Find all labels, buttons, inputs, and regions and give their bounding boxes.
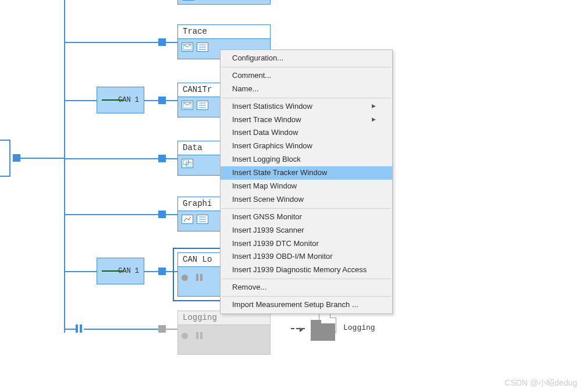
can-tag-1[interactable]: CAN 1 [97,87,144,113]
wire-row-canlog-a [64,271,97,272]
wire-row-can1tr-a [64,100,97,101]
can-tag-2[interactable]: CAN 1 [97,258,144,284]
list-icon [197,101,208,110]
wire-row-log2 [84,329,158,330]
menu-item-label: Insert State Tracker Window [232,168,327,178]
conn-data [158,155,166,162]
root-node[interactable] [0,140,10,177]
conn-canlog [158,268,166,275]
menu-item[interactable]: Comment... [221,69,392,83]
menu-item[interactable]: Insert Scene Window [221,193,392,206]
menu-separator [222,98,391,98]
menu-item[interactable]: Import Measurement Setup Branch ... [221,298,392,312]
menu-item[interactable]: Insert Statistics Window▶ [221,100,392,113]
menu-separator [222,279,391,279]
block-title: Trace [178,25,270,39]
menu-item[interactable]: Insert Map Window [221,180,392,193]
pause-icon[interactable] [196,332,202,339]
menu-item[interactable]: Insert GNSS Monitor [221,211,392,224]
wire-row-trace [64,42,158,43]
menu-item-label: Insert J1939 Scanner [232,226,304,236]
wire-row-canlog-b [144,271,158,272]
wire-row-can1tr-b [144,100,158,101]
wire-bus [20,158,65,159]
submenu-arrow-icon: ▶ [372,103,376,110]
conn-trace [158,38,166,46]
menu-item-label: Configuration... [232,54,283,63]
menu-item[interactable]: Insert J1939 DTC Monitor [221,237,392,251]
conn-can1tr [158,97,166,104]
menu-item-label: Insert J1939 OBD-I/M Monitor [232,252,333,262]
menu-item-label: Insert Statistics Window [232,102,312,112]
menu-item[interactable]: Configuration... [221,52,392,65]
menu-item-label: Remove... [232,283,266,293]
menu-item-label: Insert GNSS Monitor [232,212,302,222]
menu-item-label: Insert Graphics Window [232,141,312,151]
menu-separator [222,67,391,67]
can-line-icon [102,270,124,272]
menu-item-label: Insert Map Window [232,181,297,191]
wire-row-log3 [166,329,177,330]
submenu-arrow-icon: ▶ [372,116,376,123]
context-menu[interactable]: Configuration...Comment...Name...Insert … [220,49,393,314]
menu-item-label: Insert J1939 DTC Monitor [232,239,319,249]
wire-row-trace2 [166,42,177,43]
wire-row-graph2 [166,214,177,215]
conn-log [158,325,166,333]
menu-item[interactable]: Name... [221,83,392,96]
output-label-logging: Logging [343,323,375,332]
menu-item-label: Comment... [232,71,271,81]
menu-item[interactable]: Insert J1939 OBD-I/M Monitor [221,250,392,263]
menu-item[interactable]: Insert Graphics Window [221,140,392,153]
menu-separator [222,296,391,297]
conn-graph [158,211,166,218]
menu-item-label: Insert J1939 Diagnostic Memory Access [232,265,367,275]
wire-spine [64,0,65,333]
menu-item[interactable]: Insert J1939 Diagnostic Memory Access [221,263,392,277]
block-logging[interactable]: Logging [177,311,271,355]
menu-item-label: Name... [232,84,259,94]
menu-item-label: Insert Trace Window [232,115,301,125]
record-icon[interactable] [182,275,188,281]
menu-item-label: Insert Logging Block [232,155,301,165]
envelope-icon [182,42,193,52]
can-line-icon [102,99,124,101]
wire-row-graph [64,214,158,215]
menu-item[interactable]: Insert Trace Window▶ [221,113,392,127]
menu-item-label: Import Measurement Setup Branch ... [232,300,358,310]
chart-icon [182,215,193,224]
menu-item[interactable]: Insert Data Window [221,126,392,140]
menu-separator [222,208,391,209]
watermark: CSDN @小昭dedug [504,378,577,389]
wire-row-data [64,158,158,159]
envelope-icon [182,101,193,110]
folder-icon [311,323,335,341]
menu-item[interactable]: Insert J1939 Scanner [221,224,392,237]
menu-item[interactable]: Insert Logging Block [221,153,392,166]
wire-row-log [64,329,76,330]
menu-item-label: Insert Scene Window [232,195,304,205]
arrow-logging-out [291,328,305,329]
list-icon [197,42,208,52]
overlap-icon [182,159,193,168]
wire-row-can1tr-c [166,100,177,101]
menu-item-label: Insert Data Window [232,128,298,138]
record-icon[interactable] [182,333,188,339]
wire-row-data2 [166,158,177,159]
menu-item[interactable]: Remove... [221,281,392,294]
list-icon [197,215,208,224]
break-icon[interactable] [76,325,83,333]
block-top-partial[interactable] [177,0,271,5]
menu-item[interactable]: Insert State Tracker Window [221,166,392,180]
pause-icon[interactable] [196,274,202,281]
